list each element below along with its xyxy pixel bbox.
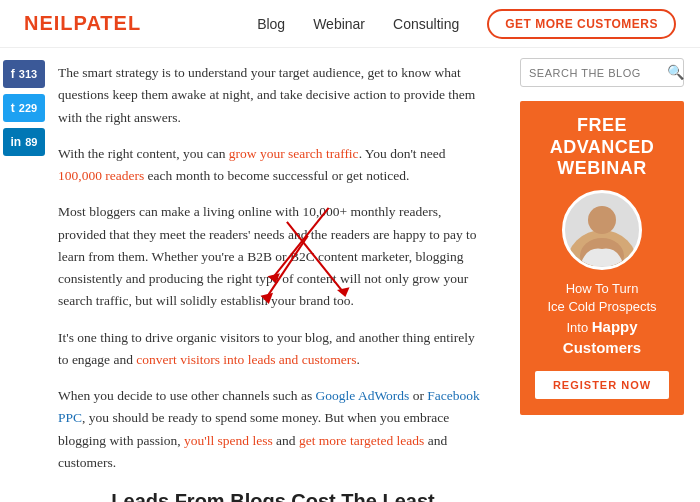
navigation: Blog Webinar Consulting GET MORE CUSTOME… xyxy=(257,9,676,39)
arrow-section: Most bloggers can make a living online w… xyxy=(58,201,488,312)
register-button[interactable]: REGISTER NOW xyxy=(535,371,669,399)
search-box[interactable]: 🔍 xyxy=(520,58,684,87)
avatar xyxy=(562,190,642,270)
link-google-adwords[interactable]: Google AdWords xyxy=(316,388,410,403)
linkedin-count: 89 xyxy=(25,136,37,148)
search-input[interactable] xyxy=(529,67,667,79)
search-icon[interactable]: 🔍 xyxy=(667,64,684,81)
header: NEILPATEL Blog Webinar Consulting GET MO… xyxy=(0,0,700,48)
twitter-count: 229 xyxy=(19,102,37,114)
cta-button[interactable]: GET MORE CUSTOMERS xyxy=(487,9,676,39)
facebook-icon: f xyxy=(11,67,15,81)
paragraph-5: When you decide to use other channels su… xyxy=(58,385,488,474)
social-bar: f 313 t 229 in 89 xyxy=(0,48,48,502)
link-convert-visitors[interactable]: convert visitors into leads and customer… xyxy=(136,352,356,367)
link-grow-traffic[interactable]: grow your search traffic xyxy=(229,146,359,161)
paragraph-1: The smart strategy is to understand your… xyxy=(58,62,488,129)
facebook-count: 313 xyxy=(19,68,37,80)
link-targeted-leads[interactable]: get more targeted leads xyxy=(299,433,424,448)
sidebar: 🔍 FREE ADVANCED WEBINAR How To Turn Ice … xyxy=(508,48,696,502)
nav-consulting[interactable]: Consulting xyxy=(393,16,459,32)
webinar-subtitle: How To Turn Ice Cold Prospects Into Happ… xyxy=(530,280,674,359)
linkedin-icon: in xyxy=(11,135,22,149)
paragraph-4: It's one thing to drive organic visitors… xyxy=(58,327,488,372)
twitter-share-button[interactable]: t 229 xyxy=(3,94,45,122)
paragraph-3: Most bloggers can make a living online w… xyxy=(58,201,488,312)
logo[interactable]: NEILPATEL xyxy=(24,12,141,35)
paragraph-2: With the right content, you can grow you… xyxy=(58,143,488,188)
section-heading: Leads From Blogs Cost The Least xyxy=(58,490,488,502)
article-content: The smart strategy is to understand your… xyxy=(48,48,508,502)
linkedin-share-button[interactable]: in 89 xyxy=(3,128,45,156)
nav-blog[interactable]: Blog xyxy=(257,16,285,32)
person-avatar xyxy=(566,194,638,266)
webinar-promo: FREE ADVANCED WEBINAR How To Turn Ice Co… xyxy=(520,101,684,415)
main-layout: f 313 t 229 in 89 The smart strategy is … xyxy=(0,48,700,502)
svg-point-14 xyxy=(588,206,616,234)
nav-webinar[interactable]: Webinar xyxy=(313,16,365,32)
link-spend-less[interactable]: you'll spend less xyxy=(184,433,273,448)
twitter-icon: t xyxy=(11,101,15,115)
facebook-share-button[interactable]: f 313 xyxy=(3,60,45,88)
webinar-title: FREE ADVANCED WEBINAR xyxy=(530,115,674,180)
link-100k-readers[interactable]: 100,000 readers xyxy=(58,168,144,183)
